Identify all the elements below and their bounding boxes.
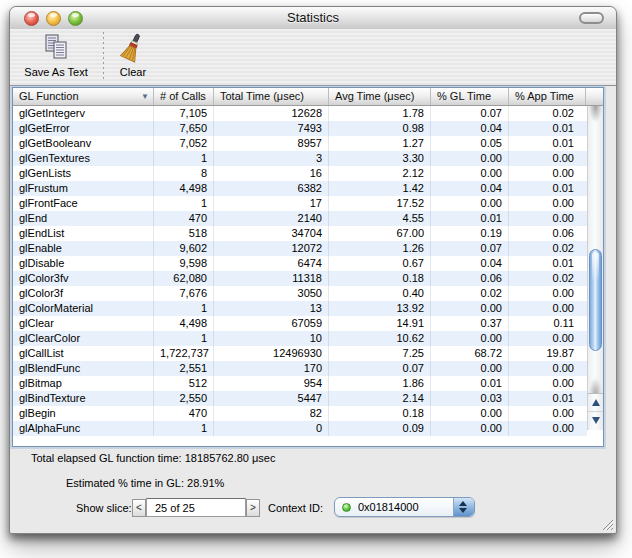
table-row[interactable]: glCallList1,722,737124969307.2568.7219.8…: [13, 346, 587, 361]
table-row[interactable]: glFrustum4,49863821.420.040.01: [13, 181, 587, 196]
cell-gl-function: glFrustum: [13, 181, 154, 196]
cell-value: 0.18: [329, 406, 431, 421]
cell-value: 0.18: [329, 271, 431, 286]
table-row[interactable]: glGenLists8162.120.000.00: [13, 166, 587, 181]
table-row[interactable]: glEnd47021404.550.010.00: [13, 211, 587, 226]
table-row[interactable]: glFrontFace11717.520.000.00: [13, 196, 587, 211]
slice-next-button[interactable]: >: [246, 499, 260, 517]
table-row[interactable]: glEnable9,602120721.260.070.02: [13, 241, 587, 256]
cell-value: 0.02: [509, 106, 586, 121]
clear-button[interactable]: Clear: [105, 33, 161, 83]
cell-value: 1.78: [329, 106, 431, 121]
sort-indicator-icon: ▼: [141, 88, 149, 105]
column-header[interactable]: GL Function▼: [13, 88, 154, 105]
cell-value: 6474: [214, 256, 329, 271]
cell-gl-function: glGetBooleanv: [13, 136, 154, 151]
context-id-label: Context ID:: [268, 502, 323, 514]
cell-value: 512: [154, 376, 214, 391]
table-row[interactable]: glDisable9,59864740.670.040.01: [13, 256, 587, 271]
cell-value: 67.00: [329, 226, 431, 241]
table-row[interactable]: glColor3f7,67630500.400.020.00: [13, 286, 587, 301]
cell-value: 12628: [214, 106, 329, 121]
column-header[interactable]: Avg Time (μsec): [329, 88, 431, 105]
cell-gl-function: glBitmap: [13, 376, 154, 391]
table-row[interactable]: glColor3fv62,080113180.180.060.02: [13, 271, 587, 286]
cell-value: 518: [154, 226, 214, 241]
toolbar: Save As Text Clear: [10, 29, 616, 86]
cell-value: 12072: [214, 241, 329, 256]
cell-value: 0.01: [509, 256, 586, 271]
cell-value: 9,602: [154, 241, 214, 256]
cell-value: 0.04: [431, 181, 509, 196]
table-row[interactable]: glEndList5183470467.000.190.06: [13, 226, 587, 241]
cell-value: 1.86: [329, 376, 431, 391]
table-row[interactable]: glGetBooleanv7,05289571.270.050.01: [13, 136, 587, 151]
cell-value: 470: [154, 406, 214, 421]
cell-gl-function: glBegin: [13, 406, 154, 421]
cell-value: 14.91: [329, 316, 431, 331]
table-row[interactable]: glBlendFunc2,5511700.070.000.00: [13, 361, 587, 376]
slice-previous-button[interactable]: <: [132, 499, 146, 517]
column-header[interactable]: # of Calls: [154, 88, 214, 105]
cell-value: 0.00: [431, 301, 509, 316]
resize-grip[interactable]: [600, 517, 614, 531]
header-filler: [586, 88, 603, 105]
table-row[interactable]: glClear4,4986705914.910.370.11: [13, 316, 587, 331]
cell-value: 0.07: [431, 106, 509, 121]
show-slice-label: Show slice:: [76, 502, 132, 514]
cell-value: 0.00: [431, 166, 509, 181]
cell-value: 0.02: [509, 241, 586, 256]
table-row[interactable]: glGetError7,65074930.980.040.01: [13, 121, 587, 136]
cell-value: 62,080: [154, 271, 214, 286]
context-id-popup[interactable]: 0x01814000: [334, 497, 475, 517]
cell-value: 13: [214, 301, 329, 316]
table-row[interactable]: glColorMaterial11313.920.000.00: [13, 301, 587, 316]
column-header[interactable]: Total Time (μsec): [214, 88, 329, 105]
cell-value: 0.00: [509, 421, 586, 436]
cell-value: 9,598: [154, 256, 214, 271]
table-row[interactable]: glGenTextures133.300.000.00: [13, 151, 587, 166]
cell-value: 0.09: [329, 421, 431, 436]
scroll-up-button[interactable]: [588, 393, 603, 412]
table-row[interactable]: glBindTexture2,55054472.140.030.01: [13, 391, 587, 406]
toolbar-toggle-button[interactable]: [579, 12, 604, 24]
cell-value: 0.05: [431, 136, 509, 151]
scroll-thumb[interactable]: [589, 249, 602, 351]
table-row[interactable]: glAlphaFunc100.090.000.00: [13, 421, 587, 436]
table-row[interactable]: glClearColor11010.620.000.00: [13, 331, 587, 346]
cell-value: 470: [154, 211, 214, 226]
cell-value: 0.00: [509, 361, 586, 376]
cell-gl-function: glColor3fv: [13, 271, 154, 286]
save-as-text-button[interactable]: Save As Text: [13, 33, 99, 83]
cell-value: 1: [154, 331, 214, 346]
cell-value: 1: [154, 421, 214, 436]
cell-value: 0.02: [431, 286, 509, 301]
cell-value: 3.30: [329, 151, 431, 166]
scroll-down-button[interactable]: [588, 411, 603, 430]
cell-value: 1: [154, 196, 214, 211]
title-bar[interactable]: Statistics: [10, 7, 616, 30]
cell-value: 13.92: [329, 301, 431, 316]
vertical-scrollbar[interactable]: [587, 106, 603, 430]
cell-value: 17.52: [329, 196, 431, 211]
cell-gl-function: glGenLists: [13, 166, 154, 181]
window-title: Statistics: [10, 7, 616, 29]
cell-value: 2.14: [329, 391, 431, 406]
table-row[interactable]: glGetIntegerv7,105126281.780.070.02: [13, 106, 587, 121]
cell-value: 0.06: [431, 271, 509, 286]
table-row[interactable]: glBitmap5129541.860.010.00: [13, 376, 587, 391]
slice-field[interactable]: [146, 498, 246, 517]
cell-value: 4,498: [154, 316, 214, 331]
cell-value: 3050: [214, 286, 329, 301]
cell-value: 0.00: [509, 151, 586, 166]
cell-value: 0.00: [431, 196, 509, 211]
cell-value: 0: [214, 421, 329, 436]
cell-value: 4,498: [154, 181, 214, 196]
context-id-value: 0x01814000: [358, 498, 419, 516]
column-header[interactable]: % App Time: [509, 88, 586, 105]
cell-value: 5447: [214, 391, 329, 406]
column-header[interactable]: % GL Time: [431, 88, 509, 105]
cell-value: 2,551: [154, 361, 214, 376]
table-row[interactable]: glBegin470820.180.000.00: [13, 406, 587, 421]
cell-value: 0.40: [329, 286, 431, 301]
